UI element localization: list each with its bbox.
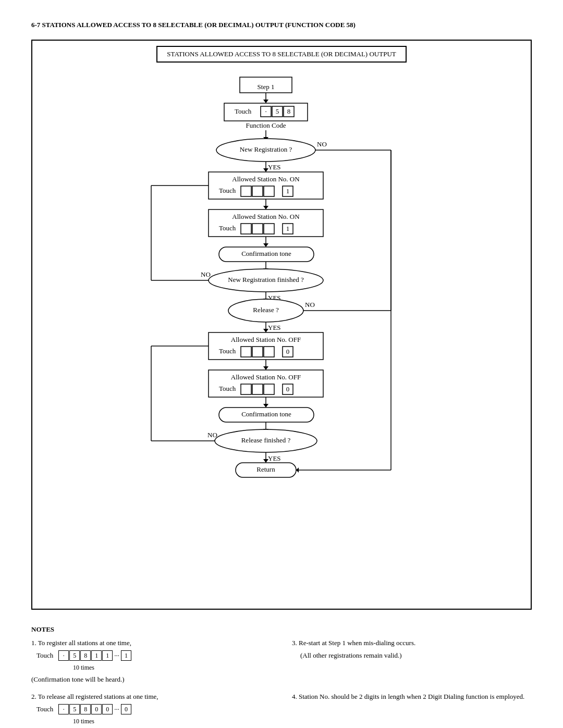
- svg-rect-27: [264, 186, 274, 196]
- svg-marker-41: [263, 243, 268, 247]
- flowchart-svg: Step 1 Touch · 5 8 Function Code New Reg…: [43, 67, 520, 598]
- svg-text:Allowed  Station  No.  OFF: Allowed Station No. OFF: [231, 336, 301, 343]
- svg-text:1: 1: [286, 187, 290, 195]
- touch-label-2: Touch: [36, 704, 53, 714]
- touch-label-1: Touch: [36, 650, 53, 661]
- page-title: 6-7 STATIONS ALLOWED ACCESS TO 8 SELECTA…: [31, 21, 532, 29]
- svg-text:NO: NO: [201, 270, 211, 278]
- note-1: 1. To register all stations at one time,…: [31, 638, 271, 686]
- svg-text:Step  1: Step 1: [258, 83, 275, 91]
- svg-text:NO: NO: [317, 140, 327, 148]
- svg-text:YES: YES: [268, 454, 281, 462]
- svg-rect-36: [252, 224, 263, 234]
- svg-marker-81: [263, 404, 268, 408]
- svg-rect-37: [264, 224, 274, 234]
- svg-rect-25: [241, 186, 251, 196]
- svg-text:NO: NO: [207, 431, 217, 439]
- svg-rect-26: [252, 186, 263, 196]
- svg-marker-99: [296, 467, 299, 473]
- svg-text:NO: NO: [305, 301, 315, 309]
- svg-text:Release  finished ?: Release finished ?: [241, 436, 291, 444]
- svg-text:Confirmation  tone: Confirmation tone: [241, 250, 291, 257]
- svg-text:0: 0: [286, 348, 290, 355]
- svg-rect-77: [264, 384, 274, 394]
- svg-rect-66: [252, 347, 263, 357]
- svg-text:0: 0: [286, 385, 290, 393]
- svg-text:YES: YES: [268, 163, 281, 171]
- svg-text:1: 1: [286, 225, 290, 232]
- notes-section: NOTES 1. To register all stations at one…: [31, 625, 532, 728]
- note-2: 2. To release all registered stations at…: [31, 692, 271, 728]
- flowchart-area: STATIONS ALLOWED ACCESS TO 8 SELECTABLE …: [31, 40, 532, 610]
- svg-text:Touch: Touch: [219, 347, 236, 355]
- svg-marker-3: [263, 100, 268, 103]
- svg-text:Touch: Touch: [219, 385, 236, 392]
- key-seq-2: · 5 8 0 0 ··· 0: [58, 704, 131, 714]
- svg-text:Function Code: Function Code: [246, 121, 286, 129]
- svg-rect-75: [241, 384, 251, 394]
- svg-text:Confirmation  tone: Confirmation tone: [241, 410, 291, 418]
- svg-rect-65: [241, 347, 251, 357]
- note-4: 4. Station No. should be 2 digits in len…: [292, 692, 532, 728]
- svg-text:5: 5: [276, 107, 279, 115]
- svg-text:8: 8: [287, 107, 291, 115]
- svg-rect-35: [241, 224, 251, 234]
- svg-text:Touch: Touch: [219, 224, 236, 232]
- svg-text:Allowed  Station  No.  ON: Allowed Station No. ON: [232, 213, 300, 220]
- svg-text:·: ·: [265, 107, 266, 115]
- svg-rect-67: [264, 347, 274, 357]
- notes-grid: 1. To register all stations at one time,…: [31, 638, 532, 728]
- svg-text:YES: YES: [268, 324, 281, 331]
- svg-marker-71: [263, 366, 268, 370]
- svg-text:Release ?: Release ?: [253, 306, 279, 314]
- svg-text:Allowed  Station  No.  OFF: Allowed Station No. OFF: [231, 373, 301, 381]
- svg-text:Allowed  Station  No.  ON: Allowed Station No. ON: [232, 175, 300, 183]
- note-3: 3. Re-start at Step 1 when mis-dialing o…: [292, 638, 532, 686]
- svg-rect-76: [252, 384, 263, 394]
- svg-marker-31: [263, 206, 268, 209]
- notes-title: NOTES: [31, 625, 532, 634]
- key-seq-1: · 5 8 1 1 ··· 1: [58, 650, 131, 661]
- svg-text:New Registration ?: New Registration ?: [240, 145, 292, 153]
- svg-text:New Registration  finished ?: New Registration finished ?: [228, 276, 304, 283]
- flowchart-header: STATIONS ALLOWED ACCESS TO 8 SELECTABLE …: [156, 46, 406, 63]
- svg-text:Touch: Touch: [219, 187, 236, 194]
- svg-text:Touch: Touch: [235, 107, 252, 115]
- svg-text:Return: Return: [256, 465, 275, 473]
